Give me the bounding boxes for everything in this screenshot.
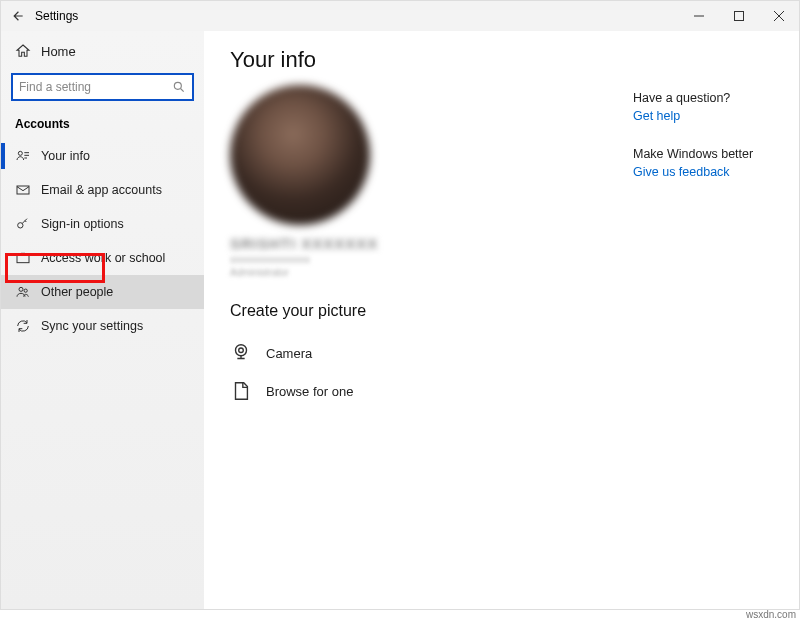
- main-panel: Your info SRISHTI XXXXXXX xxxxxxxxxxxxxx…: [204, 31, 799, 609]
- back-button[interactable]: [11, 9, 25, 23]
- question-heading: Have a question?: [633, 91, 793, 105]
- mail-icon: [15, 182, 31, 198]
- home-label: Home: [41, 44, 76, 59]
- search-icon: [172, 80, 186, 94]
- sidebar-item-label: Email & app accounts: [41, 183, 162, 197]
- svg-point-8: [236, 345, 247, 356]
- person-card-icon: [15, 148, 31, 164]
- feedback-heading: Make Windows better: [633, 147, 793, 161]
- maximize-button[interactable]: [719, 1, 759, 31]
- svg-rect-5: [17, 255, 29, 262]
- svg-rect-0: [735, 12, 744, 21]
- titlebar: Settings: [1, 1, 799, 31]
- close-icon: [774, 11, 784, 21]
- people-icon: [15, 284, 31, 300]
- minimize-icon: [694, 11, 704, 21]
- page-title: Your info: [230, 47, 633, 73]
- sidebar-item-sync[interactable]: Sync your settings: [1, 309, 204, 343]
- svg-point-7: [24, 289, 27, 292]
- svg-point-2: [18, 151, 22, 155]
- svg-point-1: [174, 82, 181, 89]
- sync-icon: [15, 318, 31, 334]
- section-label: Accounts: [1, 111, 204, 139]
- sidebar-item-label: Other people: [41, 285, 113, 299]
- minimize-button[interactable]: [679, 1, 719, 31]
- window-controls: [679, 1, 799, 31]
- camera-label: Camera: [266, 346, 312, 361]
- svg-point-4: [18, 223, 23, 228]
- content-area: Home Accounts Your info: [1, 31, 799, 609]
- back-arrow-icon: [11, 9, 25, 23]
- file-icon: [230, 380, 252, 402]
- browse-label: Browse for one: [266, 384, 353, 399]
- browse-option[interactable]: Browse for one: [230, 372, 633, 410]
- svg-point-6: [19, 287, 23, 291]
- sidebar-item-label: Sync your settings: [41, 319, 143, 333]
- watermark: wsxdn.com: [746, 609, 796, 620]
- maximize-icon: [734, 11, 744, 21]
- sidebar-item-work-school[interactable]: Access work or school: [1, 241, 204, 275]
- get-help-link[interactable]: Get help: [633, 109, 793, 123]
- camera-icon: [230, 342, 252, 364]
- sidebar-item-email[interactable]: Email & app accounts: [1, 173, 204, 207]
- sidebar-item-label: Access work or school: [41, 251, 165, 265]
- briefcase-icon: [15, 250, 31, 266]
- camera-option[interactable]: Camera: [230, 334, 633, 372]
- user-role: Administrator: [230, 267, 633, 278]
- search-input[interactable]: [19, 80, 172, 94]
- feedback-link[interactable]: Give us feedback: [633, 165, 793, 179]
- sidebar-item-label: Your info: [41, 149, 90, 163]
- sidebar-item-label: Sign-in options: [41, 217, 124, 231]
- search-box[interactable]: [11, 73, 194, 101]
- user-email: xxxxxxxxxxxxxxxx: [230, 254, 633, 265]
- create-picture-heading: Create your picture: [230, 302, 633, 320]
- key-icon: [15, 216, 31, 232]
- settings-window: Settings Home: [0, 0, 800, 610]
- search-container: [1, 67, 204, 111]
- right-panel: Have a question? Get help Make Windows b…: [633, 47, 793, 609]
- sidebar-item-signin[interactable]: Sign-in options: [1, 207, 204, 241]
- home-button[interactable]: Home: [1, 35, 204, 67]
- home-icon: [15, 43, 31, 59]
- svg-rect-3: [17, 186, 29, 194]
- svg-point-9: [239, 348, 244, 353]
- user-name: SRISHTI XXXXXXX: [230, 235, 633, 252]
- avatar: [230, 85, 370, 225]
- window-title: Settings: [35, 9, 78, 23]
- close-button[interactable]: [759, 1, 799, 31]
- sidebar: Home Accounts Your info: [1, 31, 204, 609]
- sidebar-item-other-people[interactable]: Other people: [1, 275, 204, 309]
- sidebar-item-your-info[interactable]: Your info: [1, 139, 204, 173]
